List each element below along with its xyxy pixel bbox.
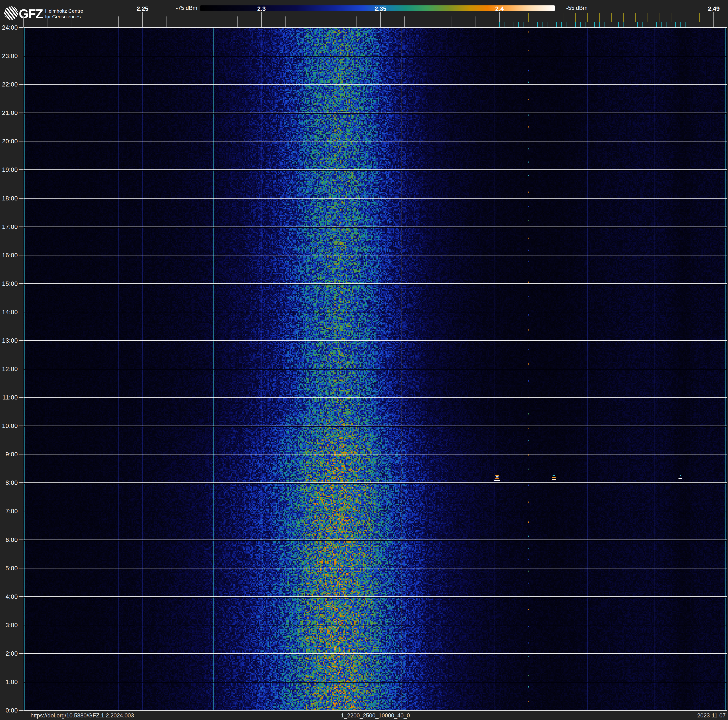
- beacon-dot: [528, 642, 529, 643]
- hour-gridline: [23, 312, 727, 312]
- hour-tick: [19, 340, 23, 341]
- ble-channel-tick: [656, 22, 657, 28]
- freq-minor-tick: [71, 17, 71, 27]
- hour-tick: [19, 596, 23, 597]
- hour-label: 3:00: [2, 621, 18, 629]
- beacon-dot: [528, 31, 529, 33]
- hour-label: 21:00: [2, 109, 18, 116]
- hour-gridline: [23, 653, 727, 654]
- hour-gridline: [23, 141, 727, 141]
- freq-tick-label: 2.35: [375, 5, 387, 12]
- hour-label: 1:00: [2, 678, 18, 685]
- ble-channel-tick: [532, 22, 533, 28]
- hour-tick: [19, 283, 23, 284]
- hour-gridline: [23, 113, 727, 113]
- beacon-dot: [528, 296, 529, 297]
- freq-minor-tick: [451, 17, 452, 27]
- hour-label: 17:00: [2, 223, 18, 230]
- ble-channel-tick: [504, 22, 505, 28]
- ble-channel-tick: [633, 22, 633, 28]
- freq-minor-tick: [118, 17, 119, 27]
- freq-minor-tick: [356, 17, 357, 27]
- hour-tick: [19, 625, 23, 625]
- hour-tick: [19, 568, 23, 568]
- beacon-dot: [528, 428, 529, 429]
- beacon-dot: [528, 469, 529, 470]
- freq-minor-tick: [404, 17, 405, 27]
- burst-mark: [495, 478, 499, 479]
- burst-mark: [496, 476, 499, 478]
- freq-tick-label: 2.25: [136, 5, 148, 12]
- hour-gridline: [23, 426, 727, 426]
- wifi-channel-tick: [552, 13, 552, 22]
- hour-gridline: [23, 625, 727, 625]
- beacon-dot: [528, 206, 529, 207]
- hour-tick: [19, 454, 23, 455]
- hour-gridline: [23, 568, 727, 568]
- beacon-dot: [528, 126, 529, 127]
- freq-minor-tick: [237, 17, 238, 27]
- beacon-dot: [528, 220, 529, 221]
- ble-channel-tick: [561, 22, 562, 28]
- freq-minor-tick: [214, 17, 214, 27]
- hour-gridline: [23, 511, 727, 511]
- hour-gridline: [23, 369, 727, 369]
- beacon-dot: [528, 701, 529, 702]
- beacon-dot: [528, 625, 529, 627]
- burst-mark: [494, 479, 500, 481]
- hour-label: 7:00: [2, 507, 18, 515]
- hour-gridline: [23, 169, 727, 170]
- ble-channel-tick: [613, 22, 614, 28]
- beacon-dot: [528, 81, 529, 83]
- ble-channel-tick: [680, 22, 681, 28]
- freq-minor-tick: [428, 17, 428, 27]
- ble-channel-tick: [523, 22, 523, 28]
- ble-channel-tick: [542, 22, 543, 28]
- hour-label: 0:00: [2, 707, 18, 714]
- freq-minor-tick: [285, 17, 286, 27]
- beacon-dot: [528, 571, 529, 572]
- burst-mark: [552, 479, 556, 480]
- hour-label: 2:00: [2, 650, 18, 657]
- hour-tick: [19, 653, 23, 654]
- hour-label: 15:00: [2, 280, 18, 287]
- hour-label: 23:00: [2, 52, 18, 60]
- colorbar-max-label: -55 dBm: [566, 5, 587, 11]
- hour-tick: [19, 397, 23, 398]
- ble-channel-tick: [623, 22, 624, 28]
- hour-tick: [19, 426, 23, 426]
- hour-label: 4:00: [2, 593, 18, 600]
- hour-gridline: [23, 682, 727, 682]
- beacon-dot: [528, 250, 529, 251]
- wifi-channel-tick: [564, 13, 564, 22]
- wifi-channel-tick: [671, 13, 671, 22]
- hour-label: 5:00: [2, 564, 18, 572]
- ble-channel-tick: [599, 22, 600, 28]
- footer-date: 2023-11-07: [697, 712, 726, 719]
- beacon-dot: [528, 559, 529, 560]
- beacon-dot: [528, 521, 529, 523]
- freq-minor-tick: [333, 17, 333, 27]
- spectrogram-page: GFZ Helmholtz Centre for Geosciences -75…: [0, 0, 728, 720]
- hour-gridline: [23, 56, 727, 56]
- wifi-channel-tick: [599, 13, 600, 22]
- ble-channel-tick: [552, 22, 552, 28]
- hour-tick: [19, 511, 23, 511]
- hour-gridline: [23, 397, 727, 398]
- hour-gridline: [23, 227, 727, 227]
- hour-tick: [19, 56, 23, 56]
- beacon-dot: [528, 70, 529, 72]
- hour-tick: [19, 255, 23, 256]
- beacon-dot: [528, 380, 529, 381]
- ble-channel-tick: [556, 22, 557, 28]
- ble-channel-tick: [537, 22, 538, 28]
- wifi-channel-tick: [587, 13, 588, 22]
- hour-tick: [19, 539, 23, 540]
- freq-tick-label: 2.3: [257, 5, 266, 12]
- ble-channel-tick: [570, 22, 571, 28]
- ble-channel-tick: [518, 22, 519, 28]
- hour-tick: [19, 169, 23, 170]
- hour-tick: [19, 483, 23, 483]
- beacon-dot: [528, 501, 529, 503]
- beacon-dot: [528, 609, 529, 610]
